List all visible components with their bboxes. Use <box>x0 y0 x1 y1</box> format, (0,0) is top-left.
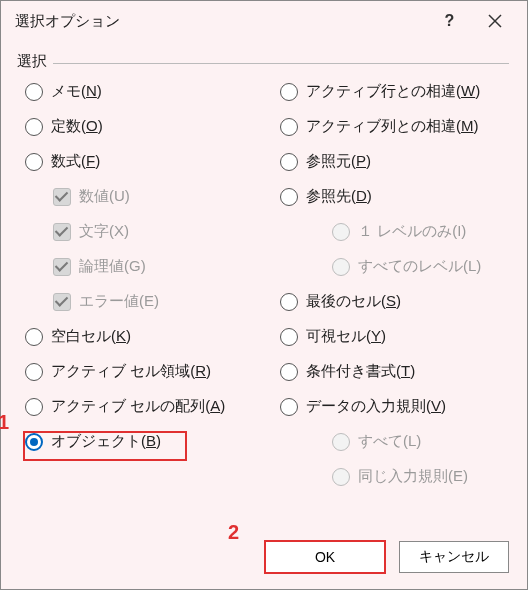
checkbox-icon <box>53 258 71 276</box>
cancel-button[interactable]: キャンセル <box>399 541 509 573</box>
option-label: 同じ入力規則(E) <box>358 467 468 486</box>
radio-icon <box>25 433 43 451</box>
checkbox-icon <box>53 223 71 241</box>
radio-option[interactable]: アクティブ行との相違(W) <box>274 82 509 101</box>
group-label: 選択 <box>17 52 53 71</box>
radio-icon <box>280 363 298 381</box>
checkbox-icon <box>53 188 71 206</box>
option-label: 定数(O) <box>51 117 103 136</box>
radio-option[interactable]: 空白セル(K) <box>19 327 254 346</box>
radio-icon <box>332 258 350 276</box>
radio-option: １ レベルのみ(I) <box>274 222 509 241</box>
radio-icon <box>280 328 298 346</box>
radio-option: すべてのレベル(L) <box>274 257 509 276</box>
radio-icon <box>280 398 298 416</box>
radio-option[interactable]: 定数(O) <box>19 117 254 136</box>
option-label: すべて(L) <box>358 432 421 451</box>
radio-icon <box>280 83 298 101</box>
dialog-footer: OK キャンセル <box>1 529 527 589</box>
option-label: すべてのレベル(L) <box>358 257 481 276</box>
radio-option: すべて(L) <box>274 432 509 451</box>
radio-icon <box>332 223 350 241</box>
radio-option[interactable]: 数式(F) <box>19 152 254 171</box>
radio-option[interactable]: 参照元(P) <box>274 152 509 171</box>
radio-icon <box>280 153 298 171</box>
radio-icon <box>280 293 298 311</box>
radio-option: 同じ入力規則(E) <box>274 467 509 486</box>
radio-option[interactable]: メモ(N) <box>19 82 254 101</box>
option-label: メモ(N) <box>51 82 102 101</box>
option-label: 論理値(G) <box>79 257 146 276</box>
radio-option[interactable]: アクティブ セルの配列(A) <box>19 397 254 416</box>
checkbox-option: エラー値(E) <box>19 292 254 311</box>
right-column: アクティブ行との相違(W)アクティブ列との相違(M)参照元(P)参照先(D)１ … <box>274 76 509 486</box>
close-icon <box>488 14 502 28</box>
radio-icon <box>25 153 43 171</box>
titlebar: 選択オプション ? <box>1 1 527 41</box>
left-column: メモ(N)定数(O)数式(F)数値(U)文字(X)論理値(G)エラー値(E)空白… <box>19 76 254 486</box>
checkbox-option: 文字(X) <box>19 222 254 241</box>
option-label: エラー値(E) <box>79 292 159 311</box>
option-label: 最後のセル(S) <box>306 292 401 311</box>
option-label: アクティブ行との相違(W) <box>306 82 480 101</box>
radio-icon <box>25 83 43 101</box>
radio-icon <box>332 433 350 451</box>
option-label: 可視セル(Y) <box>306 327 386 346</box>
dialog-title: 選択オプション <box>15 12 427 31</box>
radio-icon <box>280 118 298 136</box>
radio-icon <box>25 398 43 416</box>
option-label: アクティブ セルの配列(A) <box>51 397 225 416</box>
option-label: 数値(U) <box>79 187 130 206</box>
radio-option[interactable]: 条件付き書式(T) <box>274 362 509 381</box>
radio-option[interactable]: 参照先(D) <box>274 187 509 206</box>
radio-icon <box>25 118 43 136</box>
option-label: 数式(F) <box>51 152 100 171</box>
radio-icon <box>25 363 43 381</box>
option-label: アクティブ列との相違(M) <box>306 117 479 136</box>
option-label: オブジェクト(B) <box>51 432 161 451</box>
dialog-body: 選択 メモ(N)定数(O)数式(F)数値(U)文字(X)論理値(G)エラー値(E… <box>1 41 527 529</box>
help-button[interactable]: ? <box>427 6 472 36</box>
annotation-callout-1: 1 <box>0 411 9 434</box>
radio-option[interactable]: オブジェクト(B) <box>19 432 254 451</box>
dialog: 選択オプション ? 選択 メモ(N)定数(O)数式(F)数値(U)文字(X)論理… <box>0 0 528 590</box>
option-label: 空白セル(K) <box>51 327 131 346</box>
radio-option[interactable]: 可視セル(Y) <box>274 327 509 346</box>
option-label: データの入力規則(V) <box>306 397 446 416</box>
option-label: アクティブ セル領域(R) <box>51 362 211 381</box>
option-label: １ レベルのみ(I) <box>358 222 466 241</box>
radio-option[interactable]: アクティブ列との相違(M) <box>274 117 509 136</box>
checkbox-icon <box>53 293 71 311</box>
option-label: 文字(X) <box>79 222 129 241</box>
selection-group: 選択 メモ(N)定数(O)数式(F)数値(U)文字(X)論理値(G)エラー値(E… <box>19 63 509 519</box>
checkbox-option: 論理値(G) <box>19 257 254 276</box>
annotation-callout-2: 2 <box>228 521 239 544</box>
checkbox-option: 数値(U) <box>19 187 254 206</box>
option-label: 条件付き書式(T) <box>306 362 415 381</box>
option-label: 参照元(P) <box>306 152 371 171</box>
close-button[interactable] <box>472 6 517 36</box>
option-label: 参照先(D) <box>306 187 372 206</box>
radio-icon <box>332 468 350 486</box>
radio-icon <box>280 188 298 206</box>
radio-icon <box>25 328 43 346</box>
radio-option[interactable]: 最後のセル(S) <box>274 292 509 311</box>
radio-option[interactable]: データの入力規則(V) <box>274 397 509 416</box>
radio-option[interactable]: アクティブ セル領域(R) <box>19 362 254 381</box>
ok-button[interactable]: OK <box>265 541 385 573</box>
columns: メモ(N)定数(O)数式(F)数値(U)文字(X)論理値(G)エラー値(E)空白… <box>19 76 509 486</box>
